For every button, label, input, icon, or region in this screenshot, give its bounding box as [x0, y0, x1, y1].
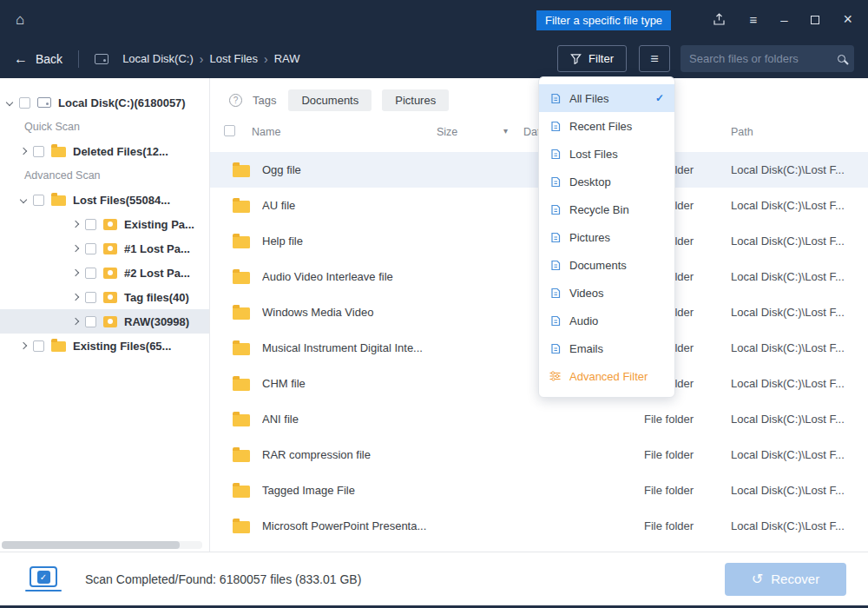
checkbox[interactable]	[85, 316, 96, 327]
checkbox[interactable]	[85, 219, 96, 230]
menu-item-label: Lost Files	[569, 148, 618, 161]
menu-item-recycle-bin[interactable]: Recycle Bin	[539, 195, 674, 223]
funnel-icon	[570, 53, 582, 64]
table-row[interactable]: Microsoft PowerPoint Presenta... File fo…	[210, 508, 868, 544]
tag-chip-documents[interactable]: Documents	[288, 89, 372, 111]
column-header-size[interactable]: Size	[437, 126, 457, 138]
all-files-icon	[549, 93, 561, 104]
checkbox[interactable]	[85, 243, 96, 254]
menu-item-audio[interactable]: Audio	[539, 307, 674, 334]
emails-icon	[549, 343, 561, 354]
chevron-right-icon[interactable]	[20, 342, 27, 349]
menu-item-documents[interactable]: Documents	[539, 251, 674, 279]
chevron-down-icon[interactable]	[6, 99, 13, 106]
section-quick-scan: Quick Scan	[0, 115, 209, 139]
menu-item-desktop[interactable]: Desktop	[539, 168, 674, 195]
filter-button[interactable]: Filter	[557, 45, 627, 72]
sidebar-item-label: Tag files(40)	[124, 291, 189, 304]
sidebar-item-label: Existing Pa...	[124, 218, 194, 231]
menu-item-lost-files[interactable]: Lost Files	[539, 140, 674, 168]
file-type: File folder	[644, 519, 731, 532]
chevron-right-icon[interactable]	[72, 245, 79, 252]
documents-icon	[549, 260, 561, 271]
chevron-right-icon[interactable]	[72, 294, 79, 301]
sidebar-item-tag-files[interactable]: Tag files(40)	[0, 285, 209, 309]
sidebar-item-lost-files[interactable]: Lost Files(55084...	[0, 188, 209, 212]
minimize-button[interactable]: –	[780, 12, 787, 27]
column-header-name[interactable]: Name	[252, 126, 280, 138]
chevron-right-icon[interactable]	[20, 148, 27, 155]
sidebar-item-label: #2 Lost Pa...	[124, 267, 190, 280]
horizontal-scrollbar[interactable]	[2, 541, 202, 549]
sidebar-item-label: Deleted Files(12...	[73, 145, 168, 158]
menu-item-all-files[interactable]: All Files ✓	[539, 84, 674, 112]
menu-item-label: Videos	[569, 287, 604, 300]
tag-chip-pictures[interactable]: Pictures	[382, 89, 449, 111]
menu-item-label: Recycle Bin	[569, 203, 629, 216]
home-icon[interactable]: ⌂	[16, 11, 24, 29]
lost-files-icon	[549, 149, 561, 160]
chevron-right-icon[interactable]	[72, 221, 79, 228]
back-arrow-icon: ←	[14, 51, 28, 67]
menu-item-advanced-filter[interactable]: Advanced Filter	[539, 362, 674, 390]
menu-item-videos[interactable]: Videos	[539, 279, 674, 307]
close-button[interactable]: ×	[843, 10, 852, 29]
menu-item-label: Emails	[569, 342, 603, 355]
table-row[interactable]: RAR compression file File folder Local D…	[210, 437, 868, 473]
breadcrumb-separator-icon: ›	[264, 52, 268, 66]
filter-tooltip: Filter a specific file type	[536, 10, 671, 30]
recent-files-icon	[549, 121, 561, 132]
sidebar-item-label: #1 Lost Pa...	[124, 242, 190, 255]
drive-icon	[37, 97, 51, 108]
select-all-checkbox[interactable]	[224, 125, 235, 136]
recover-button[interactable]: ↺ Recover	[725, 563, 846, 596]
table-row[interactable]: ANI file File folder Local Disk(C:)\Lost…	[210, 401, 868, 437]
checkbox[interactable]	[85, 292, 96, 303]
search-icon[interactable]	[838, 55, 845, 63]
audio-icon	[549, 315, 561, 327]
back-label: Back	[36, 52, 62, 66]
breadcrumb-item-drive[interactable]: Local Disk(C:)	[122, 52, 194, 65]
checkbox[interactable]	[33, 146, 44, 157]
sidebar-item-existing-files[interactable]: Existing Files(65...	[0, 334, 209, 358]
file-path: Local Disk(C:)\Lost F...	[731, 235, 868, 248]
checkbox[interactable]	[85, 268, 96, 279]
menu-item-pictures[interactable]: Pictures	[539, 223, 674, 251]
menu-item-recent-files[interactable]: Recent Files	[539, 112, 674, 140]
chevron-right-icon[interactable]	[72, 318, 79, 325]
checkbox[interactable]	[19, 97, 30, 109]
back-button[interactable]: ← Back	[14, 51, 62, 67]
sidebar-item-existing-partition[interactable]: Existing Pa...	[0, 212, 209, 236]
table-row[interactable]: Tagged Image File File folder Local Disk…	[210, 473, 868, 508]
folder-icon	[233, 343, 250, 355]
breadcrumb-item-raw[interactable]: RAW	[274, 52, 300, 65]
titlebar-menu-icon[interactable]: ≡	[749, 12, 757, 27]
menu-item-emails[interactable]: Emails	[539, 334, 674, 362]
folder-icon	[51, 147, 66, 157]
menu-item-label: All Files	[569, 92, 609, 105]
column-header-path[interactable]: Path	[731, 126, 753, 138]
sidebar-item-lost-partition-2[interactable]: #2 Lost Pa...	[0, 261, 209, 285]
sort-caret-icon[interactable]: ▾	[503, 126, 508, 135]
sidebar-item-local-disk[interactable]: Local Disk(C:)(6180057)	[0, 90, 209, 115]
folder-icon	[51, 341, 66, 352]
desktop-icon	[549, 176, 561, 188]
sidebar-item-deleted-files[interactable]: Deleted Files(12...	[0, 139, 209, 163]
folder-icon	[233, 165, 250, 177]
sidebar-item-lost-partition-1[interactable]: #1 Lost Pa...	[0, 236, 209, 261]
maximize-button[interactable]	[811, 16, 819, 24]
scrollbar-thumb[interactable]	[2, 541, 180, 549]
folder-icon	[51, 195, 66, 206]
file-type: File folder	[644, 413, 731, 426]
export-icon[interactable]	[713, 13, 726, 26]
breadcrumb-item-lost-files[interactable]: Lost Files	[209, 52, 258, 65]
checkbox[interactable]	[33, 340, 44, 352]
search-input[interactable]	[689, 52, 831, 65]
menu-item-label: Recent Files	[569, 120, 632, 133]
sidebar-item-raw[interactable]: RAW(30998)	[0, 309, 209, 334]
chevron-right-icon[interactable]	[72, 269, 79, 276]
view-toggle-button[interactable]: ≡	[639, 45, 670, 72]
checkbox[interactable]	[33, 195, 44, 206]
info-icon[interactable]: ?	[229, 94, 242, 107]
chevron-down-icon[interactable]	[20, 196, 27, 203]
